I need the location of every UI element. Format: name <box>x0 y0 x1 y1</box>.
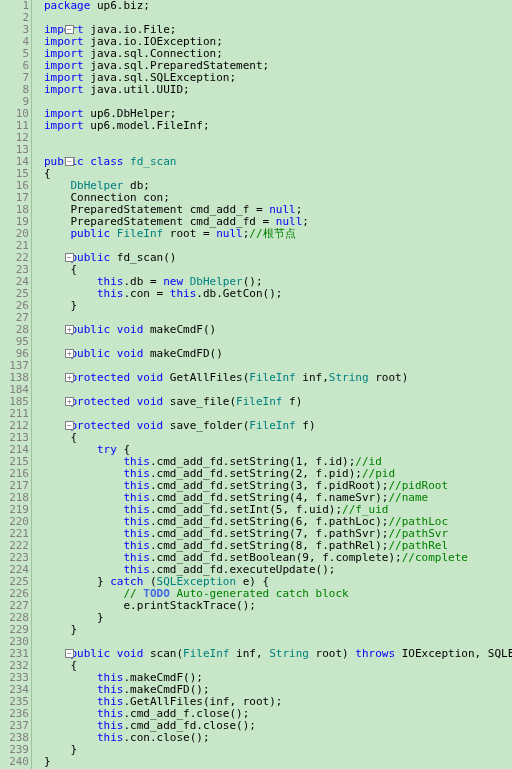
line-number: 240 <box>0 756 29 768</box>
fold-expand-icon[interactable]: + <box>65 349 74 358</box>
code-line[interactable]: public class fd_scan <box>44 156 512 168</box>
code-line[interactable]: e.printStackTrace(); <box>44 600 512 612</box>
fold-collapse-icon[interactable]: − <box>65 253 74 262</box>
fold-expand-icon[interactable]: + <box>65 325 74 334</box>
code-line[interactable]: public FileInf root = null;//根节点 <box>44 228 512 240</box>
code-line[interactable]: public fd_scan() <box>44 252 512 264</box>
fold-collapse-icon[interactable]: − <box>65 649 74 658</box>
code-editor: 1234567891011121314151617181920212223242… <box>0 0 512 769</box>
fold-expand-icon[interactable]: + <box>65 373 74 382</box>
code-line[interactable]: protected void GetAllFiles(FileInf inf,S… <box>44 372 512 384</box>
code-line[interactable]: } <box>44 300 512 312</box>
code-line[interactable]: } <box>44 612 512 624</box>
fold-collapse-icon[interactable]: − <box>65 157 74 166</box>
code-line[interactable]: public void makeCmdF() <box>44 324 512 336</box>
code-line[interactable]: this.con = this.db.GetCon(); <box>44 288 512 300</box>
code-area[interactable]: −−−++++−− package up6.biz;import java.io… <box>32 0 512 769</box>
code-line[interactable]: } <box>44 756 512 768</box>
code-line[interactable]: } <box>44 744 512 756</box>
fold-collapse-icon[interactable]: − <box>65 421 74 430</box>
code-line[interactable]: package up6.biz; <box>44 0 512 12</box>
code-line[interactable]: } <box>44 624 512 636</box>
fold-column: −−−++++−− <box>65 0 75 769</box>
fold-expand-icon[interactable]: + <box>65 397 74 406</box>
code-line[interactable]: protected void save_file(FileInf f) <box>44 396 512 408</box>
line-gutter: 1234567891011121314151617181920212223242… <box>0 0 32 769</box>
code-line[interactable]: import up6.model.FileInf; <box>44 120 512 132</box>
code-line[interactable]: public void makeCmdFD() <box>44 348 512 360</box>
code-line[interactable] <box>44 132 512 144</box>
code-line[interactable]: public void scan(FileInf inf, String roo… <box>44 648 512 660</box>
code-line[interactable]: protected void save_folder(FileInf f) <box>44 420 512 432</box>
code-line[interactable]: import java.util.UUID; <box>44 84 512 96</box>
code-line[interactable]: this.con.close(); <box>44 732 512 744</box>
fold-collapse-icon[interactable]: − <box>65 25 74 34</box>
